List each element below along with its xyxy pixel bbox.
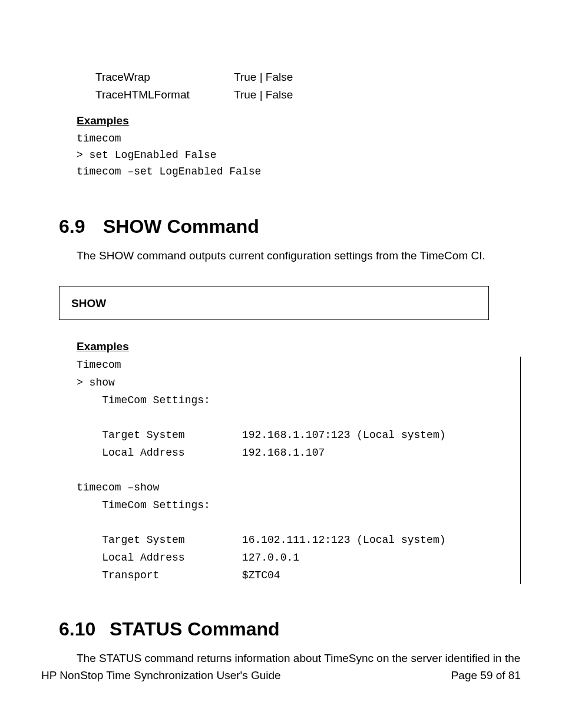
section-heading-6-10: 6.10 STATUS Command — [59, 618, 521, 640]
examples-heading: Examples — [77, 114, 521, 127]
document-page: TraceWrap True | False TraceHTMLFormat T… — [0, 0, 562, 728]
section-number: 6.9 — [59, 216, 103, 238]
syntax-text: SHOW — [71, 297, 106, 309]
section-number: 6.10 — [59, 618, 110, 640]
footer-doc-title: HP NonStop Time Synchronization User's G… — [41, 669, 281, 682]
syntax-box: SHOW — [59, 286, 489, 320]
page-footer: HP NonStop Time Synchronization User's G… — [41, 669, 521, 682]
table-row: TraceHTMLFormat True | False — [95, 88, 521, 101]
section-title: SHOW Command — [103, 216, 259, 238]
param-value: True | False — [234, 88, 293, 101]
param-name: TraceHTMLFormat — [95, 88, 234, 101]
section-description: The SHOW command outputs current configu… — [77, 248, 521, 264]
parameter-table: TraceWrap True | False TraceHTMLFormat T… — [95, 71, 521, 101]
code-block: timecom > set LogEnabled False timecom –… — [77, 131, 521, 180]
param-name: TraceWrap — [95, 71, 234, 84]
examples-heading: Examples — [77, 340, 521, 353]
section-description: The STATUS command returns information a… — [77, 651, 521, 667]
param-value: True | False — [234, 71, 293, 84]
section-title: STATUS Command — [110, 618, 280, 640]
section-heading-6-9: 6.9 SHOW Command — [59, 216, 521, 238]
table-row: TraceWrap True | False — [95, 71, 521, 84]
code-output-block: Timecom > show TimeCom Settings: Target … — [77, 357, 521, 584]
footer-page-number: Page 59 of 81 — [451, 669, 521, 682]
